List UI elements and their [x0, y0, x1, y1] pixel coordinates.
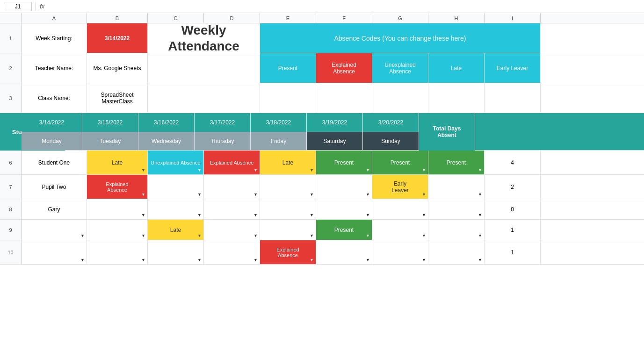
col-header-i[interactable]: I — [485, 13, 541, 23]
cell-e4[interactable]: 3/17/2022 — [195, 113, 251, 132]
cell-c8[interactable]: ▼ — [148, 199, 204, 219]
dropdown-arrow-d7[interactable]: ▼ — [253, 192, 258, 197]
dropdown-arrow-h10[interactable]: ▼ — [478, 258, 482, 262]
col-header-b[interactable]: B — [87, 13, 148, 23]
cell-h4[interactable]: 3/20/2022 — [363, 113, 419, 132]
cell-f9-present[interactable]: Present ▼ — [316, 220, 372, 240]
cell-d8[interactable]: ▼ — [204, 199, 260, 219]
cell-d10[interactable]: ▼ — [204, 240, 260, 264]
dropdown-arrow-b10[interactable]: ▼ — [141, 258, 145, 262]
dropdown-arrow-f8[interactable]: ▼ — [366, 213, 370, 217]
cell-b5[interactable]: Monday — [22, 132, 82, 150]
dropdown-arrow-e7[interactable]: ▼ — [310, 192, 314, 197]
cell-d9[interactable]: ▼ — [204, 220, 260, 240]
col-header-d[interactable]: D — [204, 13, 260, 23]
cell-h8[interactable]: ▼ — [428, 199, 485, 219]
col-header-a[interactable]: A — [22, 13, 87, 23]
cell-b7-explained[interactable]: Explained Absence ▼ — [87, 175, 148, 199]
dropdown-arrow-b6[interactable]: ▼ — [141, 168, 145, 173]
formula-input[interactable] — [48, 3, 640, 10]
dropdown-arrow-f10[interactable]: ▼ — [366, 258, 370, 262]
cell-e2[interactable]: Present — [260, 53, 316, 83]
cell-a1[interactable]: Week Starting: — [22, 23, 87, 53]
cell-h9[interactable]: ▼ — [428, 220, 485, 240]
dropdown-arrow-h6[interactable]: ▼ — [478, 168, 482, 173]
cell-h6-present[interactable]: Present ▼ — [428, 151, 485, 174]
cell-c10[interactable]: ▼ — [148, 240, 204, 264]
cell-b8[interactable]: ▼ — [87, 199, 148, 219]
cell-i2[interactable]: Early Leaver — [485, 53, 541, 83]
dropdown-arrow-c7[interactable]: ▼ — [197, 192, 202, 197]
dropdown-arrow-d8[interactable]: ▼ — [253, 213, 258, 217]
cell-b4[interactable]: 3/14/2022 — [22, 113, 82, 132]
dropdown-arrow-d10[interactable]: ▼ — [253, 258, 258, 262]
dropdown-arrow-g8[interactable]: ▼ — [422, 213, 426, 217]
col-header-h[interactable]: H — [428, 13, 485, 23]
dropdown-arrow-g7[interactable]: ▼ — [422, 192, 426, 197]
col-header-f[interactable]: F — [316, 13, 372, 23]
cell-ei1-absence-codes[interactable]: Absence Codes (You can change these here… — [260, 23, 541, 53]
cell-h10[interactable]: ▼ — [428, 240, 485, 264]
dropdown-arrow-c9[interactable]: ▼ — [197, 233, 202, 238]
cell-a9[interactable]: ▼ — [22, 220, 87, 240]
cell-c4[interactable]: 3/15/2022 — [82, 113, 138, 132]
cell-b9[interactable]: ▼ — [87, 220, 148, 240]
cell-c5[interactable]: Tuesday — [82, 132, 138, 150]
cell-f2[interactable]: Explained Absence — [316, 53, 372, 83]
dropdown-arrow-d6[interactable]: ▼ — [253, 168, 258, 173]
cell-g10[interactable]: ▼ — [372, 240, 428, 264]
cell-e6-late[interactable]: Late ▼ — [260, 151, 316, 174]
cell-f8[interactable]: ▼ — [316, 199, 372, 219]
dropdown-arrow-g6[interactable]: ▼ — [422, 168, 426, 173]
cell-cd1-merged[interactable]: WeeklyAttendance — [148, 23, 260, 53]
cell-f4[interactable]: 3/18/2022 — [251, 113, 307, 132]
dropdown-arrow-b7[interactable]: ▼ — [141, 192, 145, 197]
cell-b6-late[interactable]: Late ▼ — [87, 151, 148, 174]
cell-d7[interactable]: ▼ — [204, 175, 260, 199]
cell-g2[interactable]: Unexplained Absence — [372, 53, 428, 83]
dropdown-arrow-h8[interactable]: ▼ — [478, 213, 482, 217]
cell-g9[interactable]: ▼ — [372, 220, 428, 240]
dropdown-arrow-e8[interactable]: ▼ — [310, 213, 314, 217]
cell-f10[interactable]: ▼ — [316, 240, 372, 264]
cell-h2[interactable]: Late — [428, 53, 485, 83]
dropdown-arrow-d9[interactable]: ▼ — [253, 233, 258, 238]
dropdown-arrow-f9[interactable]: ▼ — [366, 233, 370, 238]
cell-d4[interactable]: 3/16/2022 — [138, 113, 195, 132]
dropdown-arrow-a10[interactable]: ▼ — [80, 258, 85, 262]
col-header-e[interactable]: E — [260, 13, 316, 23]
cell-e7[interactable]: ▼ — [260, 175, 316, 199]
cell-g7-early-leaver[interactable]: Early Leaver ▼ — [372, 175, 428, 199]
cell-c6-unexplained[interactable]: Unexplained Absence ▼ — [148, 151, 204, 174]
cell-d5[interactable]: Wednesday — [138, 132, 195, 150]
cell-a10[interactable]: ▼ — [22, 240, 87, 264]
cell-b1[interactable]: 3/14/2022 — [87, 23, 148, 53]
dropdown-arrow-f7[interactable]: ▼ — [366, 192, 370, 197]
dropdown-arrow-g9[interactable]: ▼ — [422, 233, 426, 238]
cell-h7[interactable]: ▼ — [428, 175, 485, 199]
dropdown-arrow-e6[interactable]: ▼ — [310, 168, 314, 173]
dropdown-arrow-b9[interactable]: ▼ — [141, 233, 145, 238]
cell-a2[interactable]: Teacher Name: — [22, 53, 87, 83]
cell-a3[interactable]: Class Name: — [22, 83, 87, 113]
cell-e10-explained[interactable]: Explained Absence ▼ — [260, 240, 316, 264]
dropdown-arrow-a9[interactable]: ▼ — [80, 233, 85, 238]
cell-h5-sunday[interactable]: Sunday — [363, 132, 419, 150]
dropdown-arrow-f6[interactable]: ▼ — [366, 168, 370, 173]
dropdown-arrow-c6[interactable]: ▼ — [197, 168, 202, 173]
cell-c9-late[interactable]: Late ▼ — [148, 220, 204, 240]
dropdown-arrow-e9[interactable]: ▼ — [310, 233, 314, 238]
dropdown-arrow-c10[interactable]: ▼ — [197, 258, 202, 262]
dropdown-arrow-h7[interactable]: ▼ — [478, 192, 482, 197]
cell-g5-saturday[interactable]: Saturday — [307, 132, 363, 150]
dropdown-arrow-b8[interactable]: ▼ — [141, 213, 145, 217]
dropdown-arrow-h9[interactable]: ▼ — [478, 233, 482, 238]
cell-f5[interactable]: Friday — [251, 132, 307, 150]
cell-c7[interactable]: ▼ — [148, 175, 204, 199]
cell-g6-present[interactable]: Present ▼ — [372, 151, 428, 174]
cell-e8[interactable]: ▼ — [260, 199, 316, 219]
cell-g8[interactable]: ▼ — [372, 199, 428, 219]
cell-d6-explained[interactable]: Explained Absence ▼ — [204, 151, 260, 174]
cell-f6-present[interactable]: Present ▼ — [316, 151, 372, 174]
cell-b3[interactable]: SpreadSheet MasterClass — [87, 83, 148, 113]
